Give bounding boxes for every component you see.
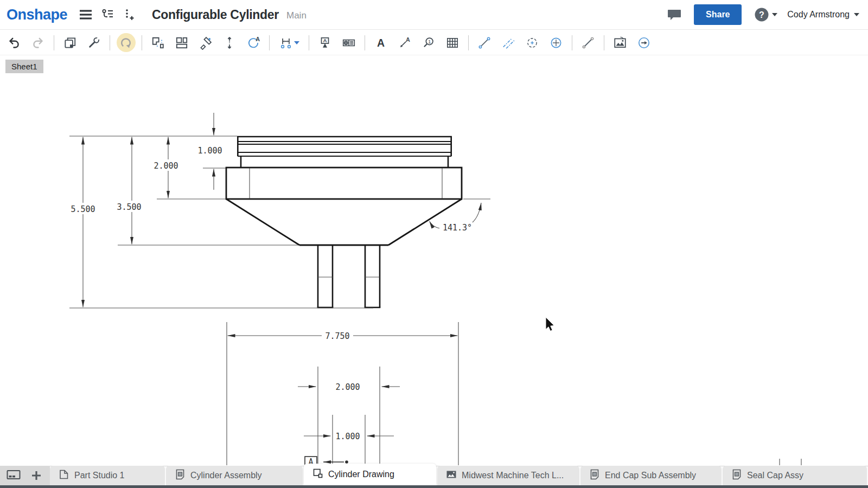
svg-text:5.500: 5.500: [71, 204, 95, 214]
broken-view-button[interactable]: [218, 31, 241, 54]
user-caret-icon: [854, 13, 859, 16]
svg-text:1: 1: [428, 38, 431, 44]
onshape-logo[interactable]: Onshape: [7, 7, 67, 23]
svg-text:2.000: 2.000: [335, 382, 360, 392]
tab-cylinder-drawing[interactable]: Cylinder Drawing: [304, 464, 436, 485]
redo-button[interactable]: [26, 31, 50, 54]
tab-label: Part Studio 1: [74, 471, 125, 480]
sketch-line-button[interactable]: [576, 31, 600, 54]
document-title[interactable]: Configurable Cylinder: [152, 8, 279, 22]
tab-part-studio-1[interactable]: Part Studio 1: [50, 466, 165, 485]
front-view-extension-lines: [69, 136, 490, 308]
drawing-icon: [312, 468, 323, 481]
insert-view-button[interactable]: [146, 31, 170, 54]
center-mark-button[interactable]: [544, 31, 568, 54]
front-view-geometry[interactable]: [226, 137, 462, 307]
dimension-ring-depth[interactable]: 1.000: [197, 113, 222, 190]
projected-view-button[interactable]: [170, 31, 194, 54]
circular-centerline-button[interactable]: [520, 31, 544, 54]
toolbar-separator: [468, 35, 469, 50]
tab-label: Cylinder Drawing: [328, 470, 394, 479]
workspace-name[interactable]: Main: [286, 10, 307, 21]
toolbar-separator: [365, 35, 365, 50]
svg-text:A: A: [406, 36, 410, 42]
export-view-button[interactable]: [632, 31, 656, 54]
tab-midwest-machine-tech[interactable]: Midwest Machine Tech L...: [437, 466, 579, 485]
dimension-cone-angle[interactable]: 141.3°: [430, 203, 482, 233]
user-menu[interactable]: Cody Armstrong: [787, 10, 850, 20]
main-menu-icon[interactable]: [75, 4, 97, 25]
centerline-button[interactable]: [473, 31, 496, 54]
tab-end-cap-sub-assembly[interactable]: End Cap Sub Assembly: [580, 466, 722, 485]
tab-tools: [0, 466, 50, 485]
tab-label: End Cap Sub Assembly: [605, 471, 696, 480]
drawing-toolbar: A A A A: [0, 30, 868, 55]
tab-manager-icon[interactable]: [4, 466, 23, 485]
versions-icon[interactable]: [97, 4, 118, 25]
share-button[interactable]: Share: [694, 4, 742, 25]
sheet-tab[interactable]: Sheet1: [5, 60, 43, 73]
datum-feature-button[interactable]: A: [313, 31, 337, 54]
note-button[interactable]: A: [369, 31, 393, 54]
comment-icon[interactable]: [663, 4, 685, 25]
note-with-leader-button[interactable]: A: [393, 31, 417, 54]
toolbar-separator: [54, 35, 54, 50]
insert-new-element-icon[interactable]: [118, 4, 140, 25]
dimension-button[interactable]: [273, 31, 305, 54]
drawing-sheet: 5.500 3.500 2.000 1.000 141.3° 7.750 2.0…: [0, 0, 868, 488]
dimension-overall-width[interactable]: 7.750: [228, 330, 458, 342]
svg-text:1.000: 1.000: [197, 146, 222, 156]
toolbar-separator: [142, 35, 142, 50]
dimension-to-cone-base[interactable]: 3.500: [115, 137, 143, 245]
svg-text:2.000: 2.000: [154, 161, 178, 171]
toolbar-separator: [309, 35, 309, 50]
dimension-body-depth[interactable]: 2.000: [152, 137, 180, 198]
dimension-dropdown-caret[interactable]: [294, 41, 299, 44]
image-icon: [446, 469, 457, 482]
svg-text:1.000: 1.000: [335, 432, 360, 441]
geometric-tolerance-button[interactable]: [337, 31, 361, 54]
insert-image-button[interactable]: [608, 31, 632, 54]
svg-text:7.750: 7.750: [325, 331, 349, 341]
dimension-leg-inner-gap[interactable]: 1.000: [304, 432, 394, 441]
inspection-symbol-button[interactable]: 1: [417, 31, 441, 54]
app-header: Onshape Configurable Cylinder Main Share…: [0, 0, 868, 30]
assembly-icon: [175, 469, 186, 482]
tab-cylinder-assembly[interactable]: Cylinder Assembly: [166, 466, 303, 485]
named-view-button[interactable]: A: [241, 31, 265, 54]
svg-text:3.500: 3.500: [117, 202, 141, 212]
part-studio-icon: [59, 469, 69, 482]
dimension-leg-outer-span[interactable]: 2.000: [298, 382, 400, 392]
update-button[interactable]: [114, 31, 138, 54]
mouse-cursor: [546, 317, 554, 331]
tab-label: Midwest Machine Tech L...: [462, 471, 564, 480]
bottom-view-extension-lines: [227, 322, 801, 465]
help-menu-icon[interactable]: ?: [751, 4, 780, 25]
svg-text:A: A: [323, 37, 327, 43]
svg-text:141.3°: 141.3°: [443, 223, 472, 233]
toolbar-separator: [110, 35, 110, 50]
toolbar-separator: [269, 35, 270, 50]
toolbar-separator: [572, 35, 572, 50]
help-caret-icon: [772, 13, 777, 16]
tab-seal-cap-assy[interactable]: Seal Cap Assy: [723, 466, 867, 485]
sheet-properties-button[interactable]: [58, 31, 82, 54]
tab-label: Seal Cap Assy: [747, 471, 803, 480]
toolbar-separator: [604, 35, 604, 50]
assembly-icon: [731, 469, 742, 482]
svg-text:A: A: [377, 36, 385, 48]
auxiliary-view-button[interactable]: [194, 31, 218, 54]
assembly-icon: [589, 469, 600, 482]
drawing-properties-button[interactable]: [82, 31, 106, 54]
add-tab-button[interactable]: [27, 466, 46, 485]
undo-button[interactable]: [2, 31, 26, 54]
table-button[interactable]: [441, 31, 464, 54]
centerline-two-lines-button[interactable]: [496, 31, 520, 54]
svg-text:?: ?: [759, 10, 764, 20]
svg-text:A: A: [256, 36, 260, 42]
document-tab-bar: Part Studio 1 Cylinder Assembly Cylinder…: [0, 466, 868, 485]
dimension-overall-height[interactable]: 5.500: [68, 137, 98, 307]
tab-label: Cylinder Assembly: [190, 471, 262, 480]
window-bottom-strip: [0, 485, 868, 488]
